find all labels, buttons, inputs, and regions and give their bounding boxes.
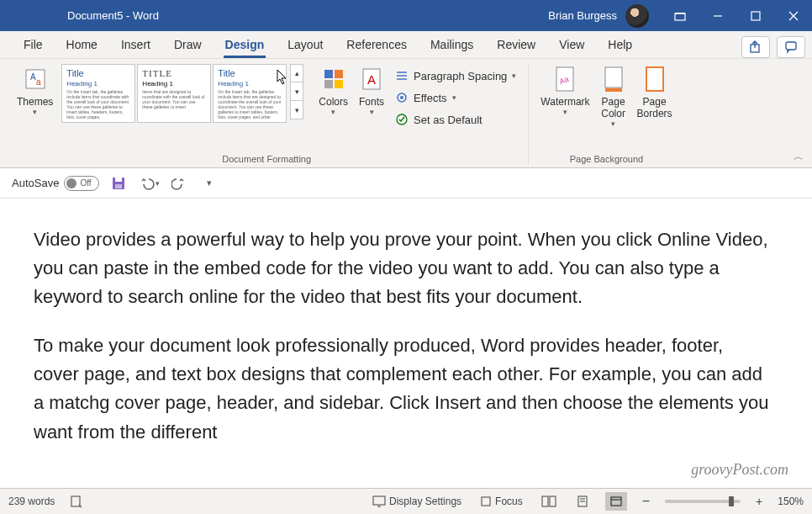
svg-rect-13 — [324, 80, 333, 88]
document-paragraph[interactable]: Video provides a powerful way to help yo… — [34, 225, 772, 311]
tab-review[interactable]: Review — [485, 30, 547, 58]
svg-rect-7 — [786, 42, 796, 50]
group-label-document-formatting: Document Formatting — [12, 152, 521, 166]
zoom-slider[interactable] — [665, 500, 741, 503]
close-button[interactable] — [774, 0, 812, 31]
style-set-item[interactable]: Title Heading 1 On the Insert tab, the g… — [213, 64, 287, 123]
comments-button[interactable] — [777, 36, 805, 58]
svg-rect-30 — [115, 184, 122, 188]
maximize-button[interactable] — [736, 0, 774, 31]
gallery-scroll-up[interactable]: ▴ — [290, 64, 303, 82]
svg-rect-27 — [646, 67, 663, 91]
read-mode-button[interactable] — [538, 492, 560, 511]
chevron-down-icon: ▾ — [452, 93, 456, 102]
undo-button[interactable]: ▾ — [138, 172, 160, 194]
svg-text:A: A — [30, 72, 36, 82]
svg-rect-36 — [550, 496, 556, 506]
paragraph-spacing-icon — [395, 69, 409, 82]
user-avatar[interactable] — [625, 4, 649, 28]
paragraph-spacing-button[interactable]: Paragraph Spacing ▾ — [390, 67, 521, 84]
page-borders-icon — [641, 66, 668, 93]
style-set-item[interactable]: Title Heading 1 On the Insert tab, the g… — [61, 64, 135, 123]
tab-home[interactable]: Home — [55, 30, 109, 58]
effects-icon — [395, 91, 409, 104]
save-button[interactable] — [108, 172, 129, 194]
svg-rect-11 — [324, 70, 333, 78]
svg-rect-29 — [115, 178, 122, 182]
svg-text:A: A — [367, 72, 376, 87]
minimize-button[interactable] — [699, 0, 736, 31]
tab-mailings[interactable]: Mailings — [419, 30, 485, 58]
page-borders-button[interactable]: Page Borders — [632, 64, 678, 121]
title-bar: Document5 - Word Brian Burgess — [0, 0, 812, 31]
chevron-down-icon: ▾ — [331, 108, 335, 116]
themes-icon: Aa — [22, 66, 49, 93]
svg-text:a: a — [36, 77, 41, 87]
redo-button[interactable] — [168, 172, 190, 194]
tab-insert[interactable]: Insert — [109, 30, 162, 58]
set-as-default-button[interactable]: Set as Default — [390, 111, 488, 128]
tab-draw[interactable]: Draw — [162, 30, 214, 58]
svg-rect-32 — [373, 496, 385, 505]
fonts-button[interactable]: A Fonts ▾ — [353, 64, 390, 118]
collapse-ribbon-button[interactable]: ︿ — [794, 150, 804, 164]
zoom-level[interactable]: 150% — [778, 495, 804, 507]
page-color-label: Page Color — [601, 96, 625, 119]
ribbon-display-options-button[interactable] — [661, 0, 699, 31]
tab-references[interactable]: References — [335, 30, 419, 58]
tab-design[interactable]: Design — [214, 30, 277, 58]
word-count[interactable]: 239 words — [8, 495, 55, 507]
svg-rect-25 — [605, 67, 622, 87]
style-set-gallery[interactable]: Title Heading 1 On the Insert tab, the g… — [61, 64, 303, 123]
chevron-down-icon: ▾ — [512, 72, 516, 80]
customize-qat-button[interactable]: ▾ — [198, 172, 220, 194]
ribbon-tabs: File Home Insert Draw Design Layout Refe… — [0, 31, 812, 59]
svg-rect-40 — [611, 497, 621, 506]
svg-rect-0 — [675, 13, 685, 20]
web-layout-button[interactable] — [605, 492, 627, 511]
themes-button[interactable]: Aa Themes ▾ — [12, 64, 58, 118]
status-bar: 239 words Display Settings Focus − + 150… — [0, 488, 812, 514]
zoom-in-button[interactable]: + — [752, 495, 766, 508]
svg-rect-31 — [71, 496, 80, 506]
svg-rect-34 — [482, 497, 490, 506]
quick-access-toolbar: AutoSave Off ▾ ▾ — [0, 168, 812, 199]
fonts-label: Fonts — [359, 96, 384, 108]
focus-button[interactable]: Focus — [477, 495, 526, 507]
print-layout-button[interactable] — [572, 492, 593, 511]
colors-label: Colors — [319, 96, 348, 108]
colors-button[interactable]: Colors ▾ — [314, 64, 353, 118]
svg-rect-3 — [751, 12, 760, 20]
autosave-toggle[interactable]: Off — [64, 176, 99, 191]
page-borders-label: Page Borders — [637, 96, 672, 119]
svg-point-21 — [400, 96, 403, 99]
watermark-label: Watermark — [540, 96, 589, 108]
tab-view[interactable]: View — [547, 30, 596, 58]
gallery-more-button[interactable]: ▾ — [290, 101, 303, 119]
page-color-icon — [600, 66, 627, 93]
fonts-icon: A — [358, 66, 385, 93]
colors-icon — [320, 66, 347, 93]
style-set-item[interactable]: TITLE Heading 1 Items that are designed … — [137, 64, 211, 123]
group-label-page-background: Page Background — [535, 152, 677, 166]
user-name[interactable]: Brian Burgess — [548, 9, 617, 22]
tab-file[interactable]: File — [12, 30, 55, 58]
page-color-button[interactable]: Page Color ▾ — [595, 64, 632, 130]
display-settings-button[interactable]: Display Settings — [369, 495, 465, 507]
document-paragraph[interactable]: To make your document look professionall… — [34, 331, 772, 446]
autosave-label: AutoSave — [12, 177, 59, 189]
zoom-out-button[interactable]: − — [639, 494, 653, 509]
effects-button[interactable]: Effects ▾ — [390, 89, 461, 106]
document-title: Document5 - Word — [67, 9, 159, 22]
watermark-button[interactable]: Aa Watermark ▾ — [535, 64, 594, 118]
svg-rect-35 — [542, 496, 548, 506]
tab-layout[interactable]: Layout — [276, 30, 335, 58]
spelling-status-icon[interactable] — [66, 495, 87, 508]
gallery-scroll-down[interactable]: ▾ — [290, 82, 303, 101]
tab-help[interactable]: Help — [596, 30, 644, 58]
check-icon — [395, 113, 409, 126]
ribbon: Aa Themes ▾ Title Heading 1 On the Inser… — [0, 59, 812, 168]
document-canvas[interactable]: Video provides a powerful way to help yo… — [0, 199, 812, 488]
share-button[interactable] — [741, 36, 770, 58]
chevron-down-icon: ▾ — [370, 108, 374, 116]
